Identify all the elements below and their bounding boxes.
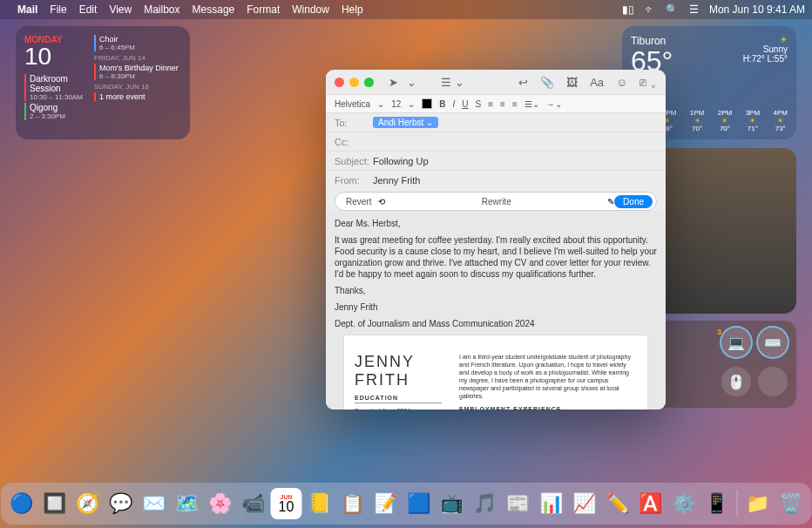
- font-select[interactable]: Helvetica: [335, 99, 370, 109]
- format-bar: Helvetica⌄ 12⌄ B I U S ≡ ≡ ≡ ☰⌄ →⌄: [326, 94, 666, 113]
- spotlight-icon[interactable]: 🔍: [666, 3, 679, 16]
- send-icon[interactable]: ➤: [389, 76, 398, 89]
- dock-contacts[interactable]: 📒: [304, 488, 335, 519]
- minimize-button[interactable]: [349, 78, 359, 87]
- dock-separator: [737, 490, 738, 518]
- italic-button[interactable]: I: [453, 99, 456, 109]
- dock-keynote[interactable]: 📊: [536, 488, 567, 519]
- menu-message[interactable]: Message: [193, 3, 235, 16]
- align-center-icon[interactable]: ≡: [500, 99, 505, 109]
- revert-icon[interactable]: ⟲: [378, 197, 385, 206]
- body-signature2: Dept. of Journalism and Mass Communicati…: [335, 318, 657, 329]
- event-time: 6 – 8:30PM: [99, 72, 181, 80]
- chevron-down-icon[interactable]: ⌄: [407, 76, 416, 89]
- dock-iphone-mirror[interactable]: 📱: [701, 488, 733, 519]
- menu-edit[interactable]: Edit: [79, 3, 98, 16]
- attach-icon[interactable]: 📎: [540, 76, 554, 89]
- titlebar[interactable]: ➤ ⌄ ☰ ⌄ ↩︎ 📎 🖼 Aa ☺ ⎚ ⌄: [326, 70, 666, 94]
- dock-numbers[interactable]: 📈: [569, 488, 600, 519]
- event-title: Darkroom Session: [30, 74, 94, 93]
- dock-trash[interactable]: 🗑️: [775, 488, 807, 519]
- battery-icon[interactable]: ▮▯: [622, 3, 634, 16]
- from-label: From:: [335, 175, 373, 186]
- menu-view[interactable]: View: [109, 3, 132, 16]
- dock-safari[interactable]: 🧭: [72, 488, 104, 519]
- app-menu[interactable]: Mail: [17, 3, 37, 16]
- dock-facetime[interactable]: 📹: [238, 488, 269, 519]
- event-time: 2 – 3:30PM: [30, 112, 94, 120]
- dock-appstore[interactable]: 🅰️: [635, 488, 667, 519]
- dock-messages[interactable]: 💬: [105, 488, 137, 519]
- control-center-icon[interactable]: ☰: [689, 3, 699, 16]
- menu-window[interactable]: Window: [292, 3, 329, 16]
- dock-settings[interactable]: ⚙️: [668, 488, 700, 519]
- revert-button[interactable]: Revert: [339, 195, 378, 208]
- zoom-button[interactable]: [364, 78, 374, 87]
- dock-calendar[interactable]: JUN10: [271, 488, 302, 519]
- markup-icon[interactable]: ⎚ ⌄: [639, 76, 657, 89]
- indent-icon[interactable]: →⌄: [546, 99, 562, 109]
- menu-file[interactable]: File: [50, 3, 66, 16]
- rewrite-icon[interactable]: ✎: [607, 197, 614, 206]
- keyboard-icon[interactable]: ⌨️: [758, 328, 788, 357]
- color-swatch[interactable]: [422, 98, 432, 109]
- dock-finder[interactable]: 🔵: [6, 488, 37, 519]
- chevron-down-icon[interactable]: ⌄: [408, 99, 415, 109]
- to-chip[interactable]: Andi Herbst ⌄: [373, 117, 438, 128]
- dock-photos[interactable]: 🌸: [205, 488, 236, 519]
- chevron-down-icon[interactable]: ⌄: [377, 99, 384, 109]
- weather-condition: Sunny: [743, 44, 788, 54]
- done-button[interactable]: Done: [614, 195, 653, 208]
- from-field[interactable]: Jenny Frith: [373, 175, 420, 186]
- strike-button[interactable]: S: [476, 99, 482, 109]
- dock-music[interactable]: 🎵: [470, 488, 501, 519]
- clock[interactable]: Mon Jun 10 9:41 AM: [709, 3, 805, 16]
- to-label: To:: [335, 118, 373, 128]
- subject-field[interactable]: Following Up: [373, 156, 429, 166]
- photo-icon[interactable]: 🖼: [566, 76, 578, 89]
- day-label: SUNDAY, JUN 16: [94, 83, 181, 91]
- menu-mailbox[interactable]: Mailbox: [144, 3, 179, 16]
- dock-pages[interactable]: ✏️: [602, 488, 633, 519]
- rewrite-bar: Revert ⟲ Rewrite ✎ Done: [335, 192, 657, 211]
- align-left-icon[interactable]: ≡: [488, 99, 493, 109]
- menu-format[interactable]: Format: [247, 3, 280, 16]
- align-right-icon[interactable]: ≡: [512, 99, 518, 109]
- wifi-icon[interactable]: ᯤ: [645, 3, 655, 16]
- sun-icon: ☀︎: [743, 35, 788, 44]
- emoji-icon[interactable]: ☺: [616, 76, 627, 89]
- reply-icon[interactable]: ↩︎: [518, 76, 528, 89]
- calendar-widget[interactable]: MONDAY 10 Darkroom Session10:30 – 11:30A…: [16, 26, 190, 139]
- message-body[interactable]: Dear Ms. Herbst, It was great meeting fo…: [326, 211, 666, 410]
- dock-freeform[interactable]: 🟦: [403, 488, 435, 519]
- bio-text: I am a third-year student undergraduate …: [459, 353, 637, 401]
- mouse-icon[interactable]: 🖱️: [721, 367, 751, 396]
- underline-button[interactable]: U: [462, 99, 468, 109]
- body-thanks: Thanks,: [335, 285, 657, 296]
- bold-button[interactable]: B: [439, 99, 445, 109]
- list-icon[interactable]: ☰⌄: [524, 99, 539, 109]
- header-fields-icon[interactable]: ☰ ⌄: [441, 76, 464, 89]
- dock-notes[interactable]: 📝: [370, 488, 402, 519]
- attachment-name: JENNYFRITH: [355, 353, 442, 389]
- close-button[interactable]: [335, 78, 344, 87]
- dock-reminders[interactable]: 📋: [337, 488, 369, 519]
- dock-downloads[interactable]: 📁: [742, 488, 774, 519]
- event-title: Qigong: [30, 103, 94, 112]
- section-header: EDUCATION: [355, 395, 442, 403]
- attachment-preview[interactable]: JENNYFRITH EDUCATION Expected June 2024 …: [343, 335, 648, 410]
- laptop-icon[interactable]: 💻: [721, 328, 751, 357]
- size-select[interactable]: 12: [391, 99, 401, 109]
- weather-hilo: H:72° L:55°: [743, 54, 788, 64]
- format-icon[interactable]: Aa: [590, 76, 604, 89]
- empty-icon[interactable]: [758, 367, 788, 396]
- menu-help[interactable]: Help: [342, 3, 363, 16]
- dock-mail[interactable]: ✉️: [139, 488, 170, 519]
- cc-label: Cc:: [335, 137, 373, 147]
- dock-launchpad[interactable]: 🔲: [39, 488, 71, 519]
- dock-maps[interactable]: 🗺️: [172, 488, 203, 519]
- subject-label: Subject:: [335, 156, 373, 166]
- body-greeting: Dear Ms. Herbst,: [335, 218, 657, 229]
- dock-tv[interactable]: 📺: [436, 488, 468, 519]
- dock-news[interactable]: 📰: [503, 488, 534, 519]
